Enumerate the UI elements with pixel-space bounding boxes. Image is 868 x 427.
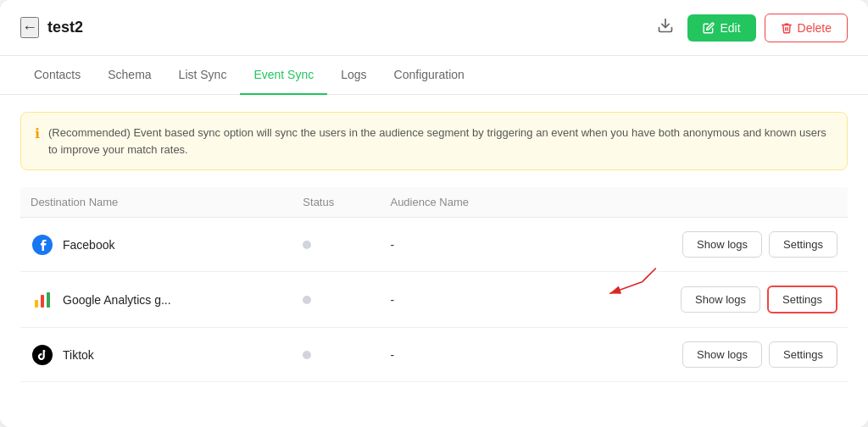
page-container: ← test2 Edit bbox=[0, 0, 868, 427]
col-actions bbox=[548, 187, 848, 218]
tiktok-cell: Tiktok bbox=[20, 328, 292, 382]
tabs-bar: Contacts Schema List Sync Event Sync Log… bbox=[0, 56, 868, 95]
facebook-actions-cell: Show logs Settings bbox=[558, 231, 837, 258]
google-analytics-status-dot bbox=[303, 296, 311, 304]
facebook-actions: Show logs Settings bbox=[548, 218, 848, 272]
svg-rect-2 bbox=[35, 300, 38, 308]
google-analytics-status bbox=[292, 272, 380, 328]
download-button[interactable] bbox=[652, 12, 679, 43]
google-analytics-audience: - bbox=[380, 272, 547, 328]
tiktok-status bbox=[292, 328, 380, 382]
facebook-status-dot bbox=[303, 241, 311, 249]
tiktok-audience: - bbox=[380, 328, 547, 382]
content-area: ℹ (Recommended) Event based sync option … bbox=[0, 95, 868, 427]
col-status: Status bbox=[292, 187, 380, 218]
header: ← test2 Edit bbox=[0, 0, 868, 56]
back-button[interactable]: ← bbox=[20, 17, 39, 38]
tiktok-status-dot bbox=[303, 351, 311, 359]
tab-schema[interactable]: Schema bbox=[94, 56, 164, 95]
header-right: Edit Delete bbox=[652, 12, 848, 43]
tiktok-icon bbox=[31, 343, 54, 367]
table-row: Facebook - Show logs Settings bbox=[20, 218, 848, 272]
col-audience-name: Audience Name bbox=[380, 187, 547, 218]
tiktok-actions-cell: Show logs Settings bbox=[558, 341, 837, 368]
facebook-status bbox=[292, 218, 380, 272]
destinations-table-container: Destination Name Status Audience Name bbox=[20, 187, 848, 382]
google-analytics-cell: Google Analytics g... bbox=[20, 272, 292, 328]
table-row: Google Analytics g... - Show logs Settin… bbox=[20, 272, 848, 328]
tab-contacts[interactable]: Contacts bbox=[20, 56, 94, 95]
tab-configuration[interactable]: Configuration bbox=[381, 56, 478, 95]
google-analytics-show-logs-button[interactable]: Show logs bbox=[681, 286, 760, 313]
table-header-row: Destination Name Status Audience Name bbox=[20, 187, 848, 218]
tiktok-settings-button[interactable]: Settings bbox=[769, 341, 837, 368]
tiktok-name: Tiktok bbox=[63, 348, 94, 362]
tiktok-show-logs-button[interactable]: Show logs bbox=[682, 341, 762, 368]
delete-button[interactable]: Delete bbox=[765, 14, 848, 42]
info-icon: ℹ bbox=[35, 125, 40, 141]
trash-icon bbox=[781, 22, 793, 34]
svg-rect-3 bbox=[41, 295, 44, 308]
tab-list-sync[interactable]: List Sync bbox=[165, 56, 241, 95]
tab-logs[interactable]: Logs bbox=[327, 56, 380, 95]
facebook-icon bbox=[31, 233, 54, 257]
info-banner: ℹ (Recommended) Event based sync option … bbox=[20, 112, 848, 170]
tiktok-actions: Show logs Settings bbox=[548, 328, 848, 382]
edit-icon bbox=[703, 22, 715, 34]
svg-point-5 bbox=[32, 345, 53, 365]
page-title: test2 bbox=[47, 19, 83, 36]
svg-rect-4 bbox=[47, 292, 50, 308]
col-destination-name: Destination Name bbox=[20, 187, 292, 218]
table-row: Tiktok - Show logs Settings bbox=[20, 328, 848, 382]
google-analytics-name: Google Analytics g... bbox=[63, 293, 171, 307]
facebook-audience: - bbox=[380, 218, 547, 272]
facebook-show-logs-button[interactable]: Show logs bbox=[682, 231, 762, 258]
google-analytics-icon bbox=[31, 288, 54, 312]
destination-cell: Facebook bbox=[20, 218, 292, 272]
edit-button[interactable]: Edit bbox=[687, 14, 755, 42]
google-analytics-settings-button[interactable]: Settings bbox=[767, 286, 837, 313]
google-analytics-actions-cell: Show logs Settings bbox=[558, 286, 837, 313]
destinations-table: Destination Name Status Audience Name bbox=[20, 187, 848, 382]
facebook-settings-button[interactable]: Settings bbox=[769, 231, 837, 258]
google-analytics-actions: Show logs Settings bbox=[548, 272, 848, 328]
header-left: ← test2 bbox=[20, 17, 83, 38]
banner-text: (Recommended) Event based sync option wi… bbox=[48, 125, 833, 158]
tab-event-sync[interactable]: Event Sync bbox=[240, 56, 327, 95]
facebook-name: Facebook bbox=[63, 238, 114, 252]
